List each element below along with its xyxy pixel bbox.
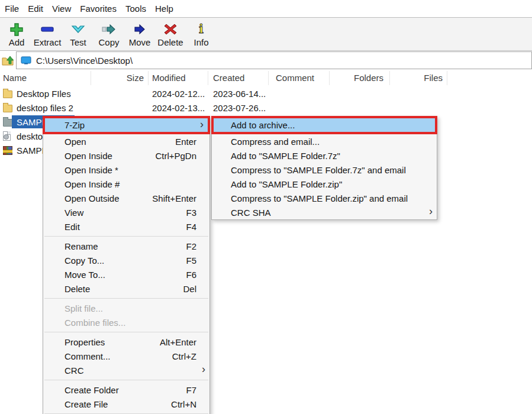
file-modified: 2024-02-13... <box>152 103 205 113</box>
menu-item-label: Add to "SAMPLE Folder.zip" <box>231 179 342 189</box>
menu-separator <box>43 329 209 335</box>
info-button[interactable]: i Info <box>186 19 217 50</box>
submenu-item[interactable]: Add to "SAMPLE Folder.7z" <box>212 148 437 163</box>
copy-button[interactable]: Copy <box>93 19 124 50</box>
column-separator[interactable] <box>268 71 269 85</box>
submenu-item[interactable]: Compress to "SAMPLE Folder.7z" and email <box>212 163 437 177</box>
menu-item[interactable]: Open Inside # <box>43 177 209 191</box>
menubar-item[interactable]: File <box>5 4 19 14</box>
menubar-item[interactable]: Edit <box>28 4 43 14</box>
column-separator[interactable] <box>447 71 447 85</box>
menu-separator <box>43 377 209 383</box>
menu-item[interactable]: Properties Alt+Enter <box>43 335 209 349</box>
menu-item-shortcut: Ctrl+Z <box>172 351 196 361</box>
submenu-item[interactable]: Add to "SAMPLE Folder.zip" <box>212 177 437 191</box>
column-header[interactable]: Name <box>3 73 27 83</box>
menu-item-label: Split file... <box>65 303 103 313</box>
menu-item-label: Rename <box>65 241 98 251</box>
menu-item-label: Open Inside <box>65 151 112 161</box>
file-row[interactable]: Desktop FIles 2024-02-12... 2023-06-14..… <box>0 86 532 101</box>
submenu-arrow-icon <box>200 118 204 131</box>
submenu-item[interactable]: Add to archive... <box>211 116 437 134</box>
address-input[interactable]: C:\Users\Vince\Desktop\ <box>16 51 532 69</box>
file-created: 2023-06-14... <box>213 89 266 99</box>
menu-item-label: Add to archive... <box>231 120 295 130</box>
file-name: Desktop FIles <box>17 89 71 99</box>
menu-separator <box>43 411 209 414</box>
delete-x-icon <box>163 21 178 37</box>
submenu-item[interactable]: Compress to "SAMPLE Folder.zip" and emai… <box>212 191 437 205</box>
svg-text:i: i <box>199 22 204 36</box>
column-header[interactable]: Modified <box>152 73 186 83</box>
add-button[interactable]: Add <box>1 19 32 50</box>
column-header[interactable]: Created <box>213 73 244 83</box>
menu-item-label: Delete <box>65 284 90 294</box>
submenu-item[interactable]: Compress and email... <box>212 134 437 148</box>
context-menu: 7-Zip Open Enter Open Inside Ctrl+PgDn O… <box>43 116 210 414</box>
menu-item-shortcut: F5 <box>186 255 196 266</box>
menu-item[interactable]: Edit F4 <box>43 219 209 234</box>
column-separator[interactable] <box>389 71 390 85</box>
menu-item[interactable]: Open Inside * <box>43 163 209 177</box>
submenu-item[interactable]: CRC SHA <box>212 205 437 219</box>
column-header[interactable]: Size <box>95 73 144 83</box>
menu-item[interactable]: Copy To... F5 <box>43 253 209 267</box>
menu-item[interactable]: View F3 <box>43 205 209 219</box>
address-path: C:\Users\Vince\Desktop\ <box>36 56 133 66</box>
menu-item[interactable]: Create File Ctrl+N <box>43 397 209 411</box>
menu-item-shortcut: F2 <box>186 241 196 251</box>
menu-item-shortcut: Ctrl+PgDn <box>155 151 196 161</box>
column-header[interactable]: Files <box>391 73 443 83</box>
menu-item-label: Edit <box>65 222 80 232</box>
test-check-icon <box>70 21 86 37</box>
menu-item-shortcut: Alt+Enter <box>160 337 196 347</box>
menu-separator <box>43 234 209 239</box>
folder-icon <box>3 90 12 98</box>
menu-item[interactable]: Comment... Ctrl+Z <box>43 349 209 363</box>
menu-item[interactable]: Rename F2 <box>43 239 209 253</box>
menu-item-shortcut: F7 <box>186 385 196 395</box>
toolbar-button-label: Copy <box>98 37 119 47</box>
menu-item: Combine files... <box>43 315 209 329</box>
file-row[interactable]: desktop files 2 2024-02-13... 2023-07-26… <box>0 101 532 115</box>
menubar-item[interactable]: View <box>52 4 71 14</box>
menu-item-label: Open Inside # <box>65 179 120 189</box>
info-icon: i <box>194 21 209 37</box>
7zip-file-manager-window: { "menubar": { "items": ["File", "Edit",… <box>0 0 532 414</box>
menu-item-label: Compress to "SAMPLE Folder.zip" and emai… <box>231 193 408 203</box>
menu-item-label: Copy To... <box>65 255 104 266</box>
column-separator[interactable] <box>91 71 91 85</box>
7zip-submenu: Add to archive... Compress and email... … <box>211 116 437 220</box>
menu-item[interactable]: CRC <box>43 363 209 377</box>
menu-item[interactable]: Delete Del <box>43 282 209 296</box>
menubar-item[interactable]: Help <box>155 4 173 14</box>
desktop-location-icon <box>21 56 31 65</box>
menu-item-label: 7-Zip <box>65 120 85 130</box>
menu-item[interactable]: 7-Zip <box>43 116 210 134</box>
menubar: FileEditViewFavoritesToolsHelp <box>0 0 532 17</box>
up-one-level-button[interactable] <box>0 52 16 69</box>
extract-button[interactable]: Extract <box>32 19 63 50</box>
folder-icon <box>3 105 12 112</box>
menu-item[interactable]: Create Folder F7 <box>43 383 209 397</box>
menu-item[interactable]: Open Inside Ctrl+PgDn <box>43 148 209 163</box>
column-separator[interactable] <box>208 71 208 85</box>
test-button[interactable]: Test <box>63 19 93 50</box>
file-list-header: NameSizeModifiedCreatedCommentFoldersFil… <box>0 70 532 86</box>
menu-item[interactable]: Open Enter <box>43 134 209 148</box>
menu-item-label: Add to "SAMPLE Folder.7z" <box>231 151 340 161</box>
move-button[interactable]: Move <box>124 19 155 50</box>
menu-item[interactable]: Open Outside Shift+Enter <box>43 191 209 205</box>
address-bar: C:\Users\Vince\Desktop\ <box>0 51 532 70</box>
submenu-arrow-icon <box>202 363 205 376</box>
menubar-item[interactable]: Favorites <box>80 4 117 14</box>
column-separator[interactable] <box>148 71 149 85</box>
menubar-item[interactable]: Tools <box>125 4 146 14</box>
delete-button[interactable]: Delete <box>155 19 186 50</box>
menu-item-label: Combine files... <box>65 318 125 328</box>
menu-item[interactable]: Move To... F6 <box>43 267 209 282</box>
menu-item: Split file... <box>43 301 209 315</box>
column-header[interactable]: Comment <box>276 73 314 83</box>
toolbar-button-label: Test <box>70 37 86 47</box>
column-header[interactable]: Folders <box>328 73 383 83</box>
